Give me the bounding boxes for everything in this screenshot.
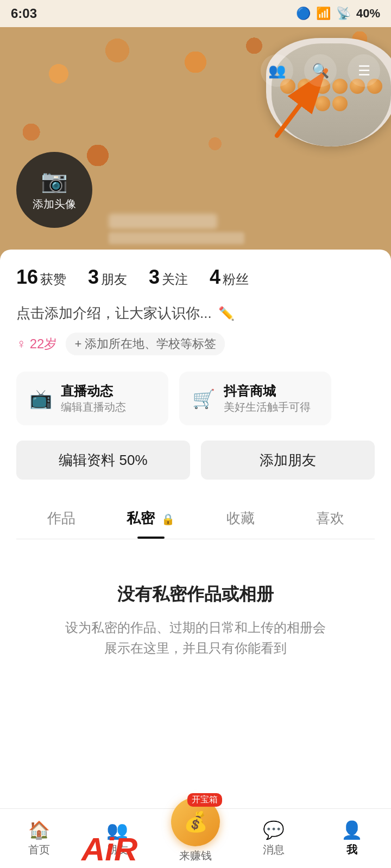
header-icons: 👥 🔍 ☰ — [261, 54, 380, 87]
nav-messages[interactable]: 💬 消息 — [235, 820, 313, 857]
feature-cards: 📺 直播动态 编辑直播动态 🛒 抖音商城 美好生活触手可得 — [16, 372, 375, 425]
status-bar: 6:03 🔵 📶 📡 40% — [0, 0, 391, 27]
avatar-area: 📷 添加头像 — [16, 152, 92, 228]
nav-earn[interactable]: 💰 开宝箱 来赚钱 — [156, 814, 235, 863]
bio-text: 点击添加介绍，让大家认识你... — [16, 304, 212, 323]
tab-private-label: 私密 — [127, 510, 155, 526]
tabs-row: 作品 私密 🔒 收藏 喜欢 — [16, 496, 375, 539]
userid-blurred — [109, 232, 244, 244]
stat-following[interactable]: 3 关注 — [149, 266, 188, 289]
live-title: 直播动态 — [61, 382, 126, 400]
friends-button[interactable]: 👥 — [261, 54, 293, 87]
nav-home[interactable]: 🏠 首页 — [0, 820, 78, 857]
empty-title: 没有私密作品或相册 — [117, 583, 274, 607]
menu-icon: ☰ — [358, 62, 370, 79]
live-subtitle: 编辑直播动态 — [61, 400, 126, 414]
nav-me[interactable]: 👤 我 — [313, 820, 391, 857]
gender-tag: ♀ 22岁 — [16, 335, 57, 353]
fans-count: 4 — [210, 266, 220, 289]
action-buttons: 编辑资料 50% 添加朋友 — [16, 441, 375, 480]
bluetooth-icon: 🔵 — [296, 7, 311, 21]
hero-banner: 👥 🔍 ☰ 📷 添加头像 — [0, 27, 391, 260]
live-dynamics-card[interactable]: 📺 直播动态 编辑直播动态 — [16, 372, 168, 425]
tab-likes-label: 喜欢 — [316, 510, 344, 526]
tab-private[interactable]: 私密 🔒 — [106, 496, 195, 539]
friends-icon: 👥 — [268, 62, 286, 79]
nav-friends-label: 朋友 — [106, 843, 128, 857]
tab-works[interactable]: 作品 — [16, 496, 106, 539]
earn-badge: 开宝箱 — [187, 793, 222, 807]
me-icon: 👤 — [341, 820, 363, 840]
add-tags-button[interactable]: + 添加所在地、学校等标签 — [66, 333, 225, 355]
shop-title: 抖音商城 — [224, 382, 311, 400]
avatar-label: 添加头像 — [33, 197, 76, 212]
battery-text: 40% — [356, 7, 380, 21]
username-blurred — [109, 214, 217, 229]
tab-works-label: 作品 — [47, 510, 75, 526]
status-right: 🔵 📶 📡 40% — [296, 7, 380, 21]
empty-state: 没有私密作品或相册 设为私密的作品、过期的日常和上传的相册会展示在这里，并且只有… — [0, 539, 391, 810]
profile-section: 16 获赞 3 朋友 3 关注 4 粉丝 点击添加介绍，让大家认识你... ✏️… — [0, 250, 391, 539]
nav-earn-label: 来赚钱 — [179, 848, 212, 863]
status-time: 6:03 — [11, 6, 37, 21]
likes-label: 获赞 — [40, 271, 66, 288]
earn-button[interactable]: 💰 开宝箱 — [171, 797, 220, 846]
shop-subtitle: 美好生活触手可得 — [224, 400, 311, 414]
bio-row[interactable]: 点击添加介绍，让大家认识你... ✏️ — [16, 304, 375, 323]
likes-count: 16 — [16, 266, 38, 289]
tab-likes[interactable]: 喜欢 — [285, 496, 375, 539]
camera-icon: 📷 — [41, 168, 68, 194]
earn-icon: 💰 — [184, 810, 208, 833]
home-icon: 🏠 — [28, 820, 50, 840]
search-icon: 🔍 — [312, 62, 329, 79]
nav-home-label: 首页 — [28, 843, 50, 857]
shop-icon: 🛒 — [192, 388, 215, 410]
add-friend-label: 添加朋友 — [260, 451, 316, 470]
avatar-upload-button[interactable]: 📷 添加头像 — [16, 152, 92, 228]
stat-fans[interactable]: 4 粉丝 — [210, 266, 249, 289]
menu-button[interactable]: ☰ — [348, 54, 380, 87]
tab-favorites-label: 收藏 — [226, 510, 255, 526]
nav-messages-label: 消息 — [263, 843, 285, 857]
stat-friends[interactable]: 3 朋友 — [88, 266, 127, 289]
nav-me-label: 我 — [346, 843, 357, 857]
lock-icon: 🔒 — [161, 513, 175, 525]
wifi-icon: 📶 — [316, 7, 331, 21]
live-icon: 📺 — [29, 388, 52, 410]
edit-profile-button[interactable]: 编辑资料 50% — [16, 441, 190, 480]
stats-row: 16 获赞 3 朋友 3 关注 4 粉丝 — [16, 266, 375, 289]
edit-profile-label: 编辑资料 50% — [59, 451, 147, 470]
following-label: 关注 — [162, 271, 188, 288]
friends-nav-icon: 👥 — [106, 820, 128, 840]
nav-friends[interactable]: 👥 朋友 — [78, 820, 156, 857]
fans-label: 粉丝 — [223, 271, 249, 288]
edit-bio-icon: ✏️ — [218, 306, 235, 321]
stat-likes[interactable]: 16 获赞 — [16, 266, 66, 289]
friends-count: 3 — [88, 266, 99, 289]
live-text: 直播动态 编辑直播动态 — [61, 382, 126, 414]
friends-label: 朋友 — [101, 271, 127, 288]
shop-text: 抖音商城 美好生活触手可得 — [224, 382, 311, 414]
tags-row: ♀ 22岁 + 添加所在地、学校等标签 — [16, 333, 375, 355]
following-count: 3 — [149, 266, 160, 289]
bottom-nav: 🏠 首页 👥 朋友 💰 开宝箱 来赚钱 💬 消息 👤 我 — [0, 808, 391, 868]
search-button[interactable]: 🔍 — [304, 54, 337, 87]
add-friend-button[interactable]: 添加朋友 — [201, 441, 375, 480]
username-blur-area — [109, 214, 244, 244]
signal-icon: 📡 — [336, 7, 351, 21]
messages-icon: 💬 — [263, 820, 285, 840]
tab-favorites[interactable]: 收藏 — [195, 496, 285, 539]
empty-description: 设为私密的作品、过期的日常和上传的相册会展示在这里，并且只有你能看到 — [60, 617, 331, 659]
shop-card[interactable]: 🛒 抖音商城 美好生活触手可得 — [179, 372, 331, 425]
